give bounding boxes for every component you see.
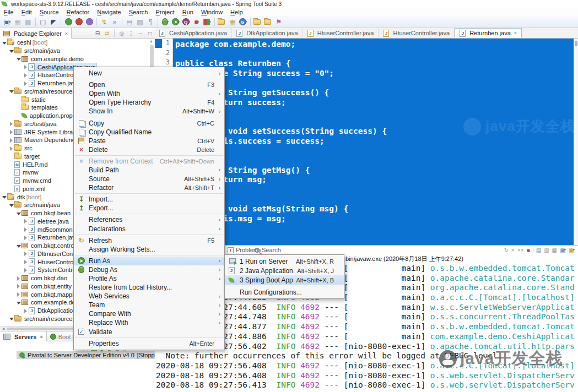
save-all-icon[interactable]: ▩ (23, 17, 33, 27)
collapsed-arrow-icon[interactable] (16, 276, 21, 281)
menu-item-copy-qualified-name[interactable]: Copy Qualified Name (74, 128, 224, 137)
menu-item-3-spring-boot-app[interactable]: 3 Spring Boot AppAlt+Shift+X, B (225, 275, 344, 285)
menu-item-team[interactable]: Team› (74, 301, 224, 309)
save-icon[interactable]: ▦ (13, 17, 23, 27)
collapsed-arrow-icon[interactable] (23, 219, 28, 224)
relaunch-icon[interactable]: ↻ (504, 247, 509, 253)
pointcut-icon[interactable] (84, 17, 94, 27)
menu-item-debug-as[interactable]: Debug As› (74, 265, 224, 274)
import-folder-icon[interactable] (263, 17, 273, 27)
lightning-icon[interactable]: ↯ (99, 17, 109, 27)
flag-icon[interactable]: ⚑ (274, 17, 284, 27)
editor-tab-htusercontroller-java[interactable]: JHtuserController.java (379, 28, 455, 38)
open-folder-icon[interactable] (253, 17, 263, 27)
menu-item-web-services[interactable]: Web Services› (74, 292, 224, 301)
menu-item-remove-from-context[interactable]: ×Remove from ContextCtrl+Alt+Shift+Down (74, 157, 224, 166)
skip-breakpoints-icon[interactable]: » (110, 17, 120, 27)
collapsed-arrow-icon[interactable] (9, 129, 14, 134)
menu-refactor[interactable]: Refactor (63, 9, 94, 15)
collapsed-arrow-icon[interactable] (23, 81, 28, 86)
mark-occurrences-icon[interactable]: ▤ (125, 17, 134, 27)
collapsed-arrow-icon[interactable] (23, 227, 28, 232)
menu-item-paste[interactable]: PasteCtrl+V (74, 137, 224, 145)
collapsed-arrow-icon[interactable] (9, 146, 14, 151)
expanded-arrow-icon[interactable] (9, 316, 14, 321)
menu-item-copy[interactable]: CopyCtrl+C (74, 118, 224, 127)
collapsed-arrow-icon[interactable] (16, 284, 21, 288)
new-java-project-icon[interactable] (217, 17, 227, 27)
tab-search[interactable]: Search (255, 247, 281, 253)
menu-item-run-as[interactable]: Run As› (74, 257, 224, 265)
menu-item-compare-with[interactable]: Compare With› (74, 309, 224, 318)
menu-item-source[interactable]: SourceAlt+Shift+S› (74, 175, 224, 183)
editor-tab-dtkapplication-java[interactable]: JDtkApplication.java (232, 28, 303, 38)
collapsed-arrow-icon[interactable] (9, 138, 14, 143)
close-icon[interactable]: × (65, 31, 68, 36)
close-icon[interactable]: × (514, 30, 517, 36)
menu-item-restore-from-local-history[interactable]: Restore from Local History... (74, 283, 224, 292)
editor-tab-ceshiapplication-java[interactable]: JCeshiApplication.java (155, 28, 232, 38)
tree-item-src-main-java[interactable]: src/main/java (0, 47, 155, 55)
close-icon[interactable]: × (40, 334, 42, 340)
menu-item-open[interactable]: OpenF3 (74, 80, 224, 89)
menu-edit[interactable]: Edit (18, 9, 36, 15)
menu-item-open-type-hierarchy[interactable]: Open Type HierarchyF4 (74, 98, 224, 107)
tab-servers[interactable]: Servers × (0, 331, 47, 342)
menu-item-2-java-application[interactable]: J2 Java ApplicationAlt+Shift+X, J (225, 266, 344, 275)
collapsed-arrow-icon[interactable] (23, 268, 28, 273)
menu-window[interactable]: Window (197, 9, 226, 15)
collapsed-arrow-icon[interactable] (9, 121, 14, 126)
collapsed-arrow-icon[interactable] (23, 308, 28, 313)
minimize-icon[interactable]: – (137, 30, 144, 37)
display-console-icon[interactable]: ▣▾ (560, 247, 566, 253)
expanded-arrow-icon[interactable] (16, 300, 21, 305)
menu-item-references[interactable]: References› (74, 215, 224, 224)
server-item[interactable]: Pivotal tc Server Developer Edition v4.0… (17, 351, 166, 359)
menu-project[interactable]: Project (152, 9, 179, 15)
text-mode-icon[interactable]: ¶ (145, 17, 155, 27)
collapse-all-icon[interactable]: ⊟ (94, 30, 101, 37)
new-wizard-icon[interactable]: ▣▾ (2, 17, 12, 27)
collapsed-arrow-icon[interactable] (23, 259, 28, 264)
menu-item-refresh[interactable]: ↻RefreshF5 (74, 236, 224, 245)
new-package-icon[interactable]: ▦ (228, 17, 237, 27)
open-window-icon[interactable]: ▢ (38, 17, 48, 27)
expanded-arrow-icon[interactable] (9, 203, 14, 208)
editor-tab-returnben-java[interactable]: JReturnben.java× (455, 28, 522, 38)
editor-tab-htusercontroller-java[interactable]: JHtuserController.java (303, 28, 379, 38)
expanded-arrow-icon[interactable] (9, 48, 14, 53)
menu-item-import[interactable]: ↧Import... (74, 195, 224, 204)
spring-start-icon[interactable] (63, 17, 73, 27)
maximize-icon[interactable]: □ (146, 30, 154, 37)
menu-item-validate[interactable]: ✓Validate (74, 328, 224, 336)
tree-item-ceshi[interactable]: ceshi [boot] (0, 39, 155, 47)
tree-item-com-example-demo[interactable]: com.example.demo (0, 55, 155, 63)
selection-mode-icon[interactable]: ◤ (48, 17, 58, 27)
expanded-arrow-icon[interactable] (2, 40, 7, 45)
open-console-icon[interactable]: ▣▾ (569, 247, 575, 253)
overview-ruler[interactable] (574, 39, 578, 245)
menu-item-new[interactable]: New› (74, 69, 224, 78)
menu-item-open-with[interactable]: Open With› (74, 89, 224, 98)
menu-item-1-run-on-server[interactable]: 1 Run on ServerAlt+Shift+X, R (225, 257, 344, 266)
menu-item-build-path[interactable]: Build Path› (74, 166, 224, 175)
menu-navigate[interactable]: Navigate (93, 9, 125, 15)
menu-item-delete[interactable]: ×DeleteDelete (74, 145, 224, 154)
menu-file[interactable]: File (0, 9, 18, 15)
collapsed-arrow-icon[interactable] (23, 64, 28, 69)
menu-item-properties[interactable]: PropertiesAlt+Enter (74, 339, 224, 348)
spring-report-icon[interactable] (74, 17, 84, 27)
menu-item-profile-as[interactable]: Profile As› (74, 274, 224, 283)
expanded-arrow-icon[interactable] (9, 89, 14, 94)
terminate-icon[interactable]: ■▾ (192, 17, 202, 27)
build-project-icon[interactable]: ▥ (135, 17, 145, 27)
menu-item-export[interactable]: ↥Export... (74, 204, 224, 213)
browser-icon[interactable]: G▾ (238, 17, 248, 27)
scroll-lock-icon[interactable]: ▥ (544, 247, 549, 253)
terminate-icon[interactable]: ■ (527, 247, 530, 253)
menu-search[interactable]: Search (125, 9, 152, 15)
view-menu-icon[interactable]: ⋮ (127, 30, 135, 37)
collapsed-arrow-icon[interactable] (23, 235, 28, 240)
tab-package-explorer[interactable]: Package Explorer × (0, 28, 72, 39)
menu-item-assign-working-sets[interactable]: Assign Working Sets... (74, 245, 224, 254)
